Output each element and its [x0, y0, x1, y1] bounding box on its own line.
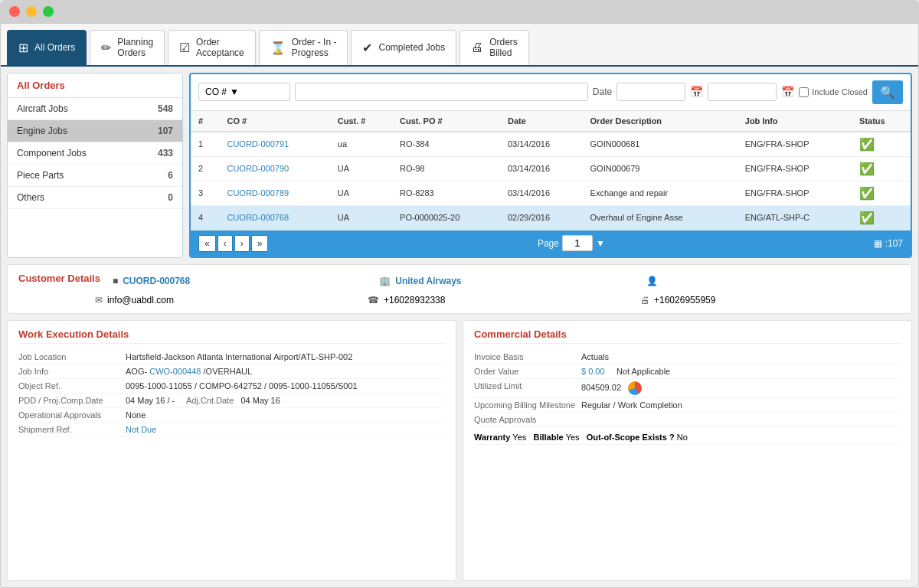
- first-page-button[interactable]: «: [198, 235, 216, 252]
- order-value-container: $ 0.00 Not Applicable: [581, 367, 901, 376]
- table-row[interactable]: 4 CUORD-000768 UA PO-0000025-20 02/29/20…: [191, 205, 911, 230]
- person-icon: 👤: [646, 276, 658, 286]
- invoice-basis-value: Actuals: [581, 352, 901, 361]
- cell-po: RO-98: [392, 156, 500, 181]
- co-link[interactable]: CUORD-000791: [227, 139, 289, 149]
- calendar-from-icon[interactable]: 📅: [690, 86, 703, 98]
- object-ref-value: 0095-1000-11055 / COMPO-642752 / 0095-10…: [126, 381, 445, 390]
- date-from-input[interactable]: [616, 83, 685, 101]
- printer-icon: 🖨: [471, 41, 483, 54]
- minimize-button[interactable]: [26, 6, 37, 17]
- content-area: All Orders Aircraft Jobs 548 Engine Jobs…: [1, 67, 918, 587]
- table-row[interactable]: 2 CUORD-000790 UA RO-98 03/14/2016 GOIN0…: [191, 156, 911, 181]
- cell-co: CUORD-000791: [219, 132, 329, 157]
- checkmark-icon: ✔: [362, 41, 372, 55]
- tab-order-acceptance[interactable]: ☑ OrderAcceptance: [168, 30, 256, 65]
- utilized-limit-container: 804509.02: [581, 381, 901, 395]
- cwo-link[interactable]: CWO-000448: [149, 367, 201, 376]
- prev-page-button[interactable]: ‹: [217, 235, 233, 252]
- tab-completed-label: Completed Jobs: [378, 42, 445, 53]
- tab-orders-billed[interactable]: 🖨 OrdersBilled: [460, 30, 529, 65]
- next-page-button[interactable]: ›: [234, 235, 250, 252]
- date-to-input[interactable]: [708, 83, 777, 101]
- last-page-button[interactable]: »: [251, 235, 269, 252]
- page-number-input[interactable]: [562, 235, 593, 251]
- sidebar-item-piece-parts[interactable]: Piece Parts 6: [8, 165, 182, 187]
- billable-value: Yes: [566, 433, 580, 442]
- cell-cust: UA: [330, 181, 392, 205]
- tab-billed-label: OrdersBilled: [489, 37, 518, 59]
- cell-num: 1: [191, 132, 219, 157]
- work-exec-header: Work Execution Details: [18, 328, 445, 344]
- table-row[interactable]: 3 CUORD-000789 UA RO-8283 03/14/2016 Exc…: [191, 181, 911, 205]
- cell-co: CUORD-000789: [219, 181, 329, 205]
- out-of-scope-value: No: [677, 433, 688, 442]
- cell-co: CUORD-000790: [219, 156, 329, 181]
- cell-status: ✅: [852, 181, 911, 205]
- op-approvals-value: None: [126, 410, 445, 420]
- tab-completed-jobs[interactable]: ✔ Completed Jobs: [351, 30, 456, 65]
- close-button[interactable]: [9, 6, 20, 17]
- co-link[interactable]: CUORD-000768: [227, 213, 289, 222]
- shipment-ref-label: Shipment Ref.: [18, 425, 126, 434]
- engine-jobs-label: Engine Jobs: [17, 126, 67, 136]
- col-po: Cust. PO #: [392, 111, 500, 132]
- invoice-basis-label: Invoice Basis: [474, 352, 581, 361]
- pie-chart-icon: [628, 381, 642, 395]
- shipment-link[interactable]: Not Due: [126, 425, 156, 434]
- pdd-row: PDD / Proj.Comp.Date 04 May 16 / - Adj.C…: [18, 394, 445, 408]
- phone-icon: ☎: [368, 295, 379, 305]
- quote-approvals-label: Quote Approvals: [474, 415, 581, 424]
- cell-cust: ua: [330, 132, 392, 157]
- search-button[interactable]: 🔍: [872, 80, 903, 104]
- others-label: Others: [17, 192, 44, 203]
- maximize-button[interactable]: [43, 6, 54, 17]
- cell-co: CUORD-000768: [219, 205, 329, 230]
- top-nav: ⊞ All Orders ✏ PlanningOrders ☑ OrderAcc…: [1, 24, 918, 67]
- table-row[interactable]: 1 CUORD-000791 ua RO-384 03/14/2016 GOIN…: [191, 132, 911, 157]
- co-link[interactable]: CUORD-000790: [227, 164, 289, 173]
- date-label: Date: [593, 87, 612, 97]
- calendar-to-icon[interactable]: 📅: [781, 86, 794, 98]
- job-location-value: Hartsfield-Jackson Atlanta International…: [126, 352, 445, 361]
- grid-icon-small: ▦: [874, 238, 882, 249]
- component-jobs-count: 433: [158, 148, 173, 158]
- include-closed-checkbox[interactable]: [799, 87, 809, 97]
- tab-all-orders[interactable]: ⊞ All Orders: [7, 30, 87, 65]
- cell-job: ENG/FRA-SHOP: [737, 132, 852, 157]
- include-closed-container: Include Closed: [799, 87, 868, 97]
- shipment-ref-row: Shipment Ref. Not Due: [18, 423, 445, 437]
- filter-dropdown[interactable]: CO # ▼: [198, 83, 290, 101]
- sidebar-item-aircraft-jobs[interactable]: Aircraft Jobs 548: [8, 98, 182, 120]
- shipment-ref-value: Not Due: [126, 425, 445, 434]
- cell-desc: Exchange and repair: [583, 181, 737, 205]
- tab-planning-orders[interactable]: ✏ PlanningOrders: [90, 30, 165, 65]
- warranty-value: Yes: [512, 433, 526, 442]
- col-co: CO #: [219, 111, 329, 132]
- company-link[interactable]: United Airways: [395, 276, 461, 286]
- sidebar-item-component-jobs[interactable]: Component Jobs 433: [8, 142, 182, 165]
- cell-num: 3: [191, 181, 219, 205]
- cell-cust: UA: [330, 205, 392, 230]
- email-value: info@uabdl.com: [107, 295, 174, 305]
- pagination-buttons: « ‹ › »: [198, 235, 268, 252]
- sidebar-item-others[interactable]: Others 0: [8, 187, 182, 209]
- engine-jobs-count: 107: [158, 126, 173, 136]
- customer-details-section: Customer Details ■ CUORD-000768 🏢 United…: [7, 264, 912, 314]
- co-number-link[interactable]: CUORD-000768: [123, 276, 190, 286]
- co-link[interactable]: CUORD-000789: [227, 188, 289, 198]
- cell-job: ENG/ATL-SHP-C: [737, 205, 852, 230]
- cell-cust: UA: [330, 156, 392, 181]
- utilized-limit-row: Utilized Limit 804509.02: [474, 379, 901, 398]
- search-input[interactable]: [295, 83, 588, 101]
- lower-details: Work Execution Details Job Location Hart…: [7, 320, 912, 581]
- order-value-link[interactable]: $ 0.00: [581, 367, 605, 376]
- orders-sidebar: All Orders Aircraft Jobs 548 Engine Jobs…: [7, 73, 183, 258]
- app-container: ⊞ All Orders ✏ PlanningOrders ☑ OrderAcc…: [0, 23, 919, 588]
- cell-desc: GOIN000681: [583, 132, 737, 157]
- tab-order-in-progress[interactable]: ⌛ Order - In -Progress: [259, 30, 348, 65]
- sidebar-item-engine-jobs[interactable]: Engine Jobs 107: [8, 120, 182, 142]
- billing-milestone-label: Upcoming Billing Milestone: [474, 400, 581, 410]
- work-execution-section: Work Execution Details Job Location Hart…: [7, 320, 456, 581]
- pencil-icon: ✏: [101, 41, 111, 55]
